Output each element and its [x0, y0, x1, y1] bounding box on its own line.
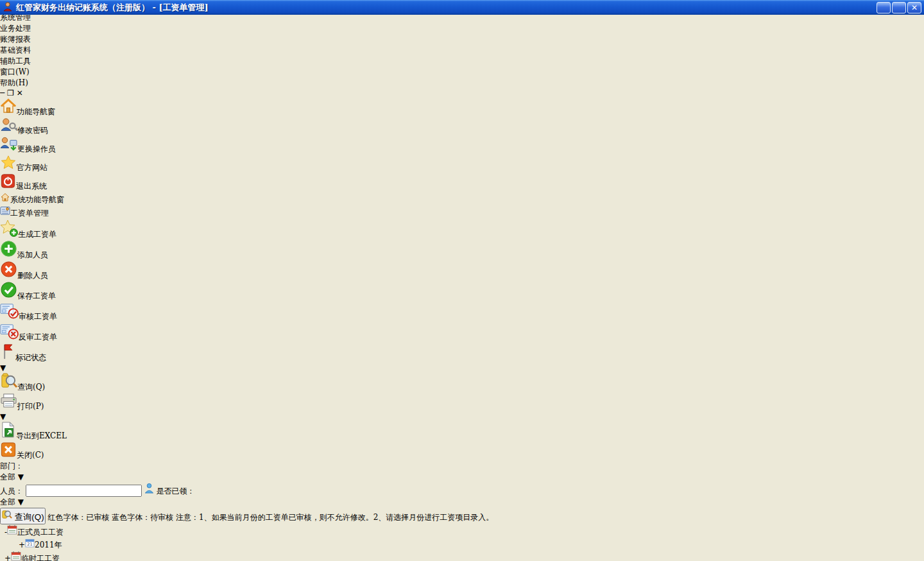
exit-system-button[interactable]: 退出系统 — [0, 173, 924, 192]
delete-person-icon — [0, 271, 17, 280]
audit-payroll-button-label: 审核工资单 — [19, 312, 57, 321]
query-filter-button[interactable]: 查询(Q) — [0, 508, 46, 524]
menu-item[interactable]: 窗口(W) — [0, 67, 924, 78]
print-button[interactable]: 打印(P) — [0, 393, 924, 412]
delete-person-button-label: 删除人员 — [17, 271, 48, 280]
tree-expand-icon[interactable]: + — [4, 554, 11, 561]
generate-payroll-button-label: 生成工资单 — [18, 230, 56, 239]
excel-icon — [0, 431, 16, 440]
tree-expand-icon[interactable]: + — [19, 540, 25, 549]
chevron-down-icon[interactable]: ▼ — [18, 472, 24, 481]
received-select[interactable]: 全部 ▼ — [0, 497, 48, 508]
tab-payroll-management-label: 工资单管理 — [10, 209, 49, 218]
tree-item-temp-payroll[interactable]: +临时工工资 — [0, 551, 924, 561]
switch-operator-button[interactable]: 更换操作员 — [0, 136, 924, 155]
nav-panel-button-label: 功能导航窗 — [17, 107, 55, 116]
audit-payroll-button[interactable]: 审核工资单 — [0, 302, 924, 322]
tree-panel: -正式员工工资+212011年+临时工工资 — [0, 524, 924, 561]
mdi-controls: ─ ❐ ✕ — [0, 89, 924, 98]
save-payroll-button[interactable]: 保存工资单 — [0, 281, 924, 302]
query-icon — [0, 383, 17, 392]
unaudit-payroll-button-label: 反审工资单 — [19, 332, 57, 341]
person-label: 人员： — [0, 487, 23, 496]
mark-status-button-label: 标记状态 — [15, 353, 46, 362]
mark-status-button-dropdown-icon[interactable]: ▼ — [0, 363, 6, 372]
print-icon — [0, 402, 17, 411]
toolbar-main: 功能导航窗修改密码更换操作员官方网站退出系统 — [0, 98, 924, 192]
close-icon: ✕ — [911, 3, 918, 12]
mdi-minimize-button[interactable]: ─ — [0, 89, 4, 98]
received-select-value: 全部 — [0, 497, 15, 506]
magnifier-icon — [1, 512, 12, 522]
minimize-button[interactable] — [877, 2, 891, 13]
mdi-close-button[interactable]: ✕ — [17, 89, 23, 98]
generate-payroll-icon — [0, 230, 18, 239]
restore-button[interactable] — [892, 2, 906, 13]
filter-bar: 部门： 全部 ▼ 人员： 是否已领： 全部 ▼ 查询(Q) 红色字体：已审核 蓝… — [0, 461, 924, 524]
query-button[interactable]: 查询(Q) — [0, 372, 924, 393]
mdi-restore-button[interactable]: ❐ — [7, 89, 14, 98]
legend-pending: 蓝色字体：待审核 — [112, 513, 173, 522]
menu-item[interactable]: 业务处理 — [0, 23, 924, 34]
nav-panel-button[interactable]: 功能导航窗 — [0, 98, 924, 117]
person-input[interactable] — [26, 485, 142, 497]
toolbar-payroll: 生成工资单添加人员删除人员保存工资单审核工资单反审工资单标记状态▼查询(Q)打印… — [0, 219, 924, 461]
official-site-button[interactable]: 官方网站 — [0, 155, 924, 173]
legend-audited: 红色字体：已审核 — [47, 513, 109, 522]
add-person-button[interactable]: 添加人员 — [0, 240, 924, 261]
unaudit-icon — [0, 332, 19, 341]
query-button-label: 查询(Q) — [17, 383, 45, 392]
tab-payroll-management[interactable]: 工资单管理 — [0, 205, 924, 219]
star-icon — [0, 163, 17, 172]
calendar-red-icon — [7, 528, 17, 537]
close-window-button[interactable]: ✕ — [907, 2, 921, 13]
delete-person-button[interactable]: 删除人员 — [0, 261, 924, 281]
tab-doc-icon — [0, 209, 10, 218]
exit-system-button-label: 退出系统 — [16, 182, 47, 191]
menu-item[interactable]: 基础资料 — [0, 45, 924, 56]
received-label: 是否已领： — [156, 487, 194, 496]
chevron-down-icon[interactable]: ▼ — [18, 497, 24, 506]
change-password-button[interactable]: 修改密码 — [0, 117, 924, 136]
calendar-blue-icon: 21 — [25, 540, 35, 549]
exit-icon — [0, 182, 16, 191]
tab-bar: 系统功能导航窗工资单管理 — [0, 192, 924, 219]
tab-nav-panel[interactable]: 系统功能导航窗 — [0, 192, 924, 205]
save-payroll-button-label: 保存工资单 — [17, 291, 56, 300]
close-orange-icon — [0, 451, 17, 460]
menu-item[interactable]: 账簿报表 — [0, 34, 924, 45]
unaudit-payroll-button[interactable]: 反审工资单 — [0, 322, 924, 343]
tab-home-icon — [0, 195, 10, 204]
dept-select[interactable]: 全部 ▼ — [0, 472, 924, 483]
save-payroll-icon — [0, 291, 17, 300]
title-bar: 红管家财务出纳记账系统（注册版） - [工资单管理] ✕ — [0, 0, 924, 15]
tree-item-formal-payroll[interactable]: -正式员工工资 — [0, 524, 924, 538]
tab-nav-panel-label: 系统功能导航窗 — [10, 195, 64, 204]
tree-item-2011[interactable]: +212011年 — [0, 538, 924, 551]
menu-item[interactable]: 辅助工具 — [0, 56, 924, 67]
close-button[interactable]: 关闭(C) — [0, 442, 924, 461]
menu-items: 系统管理业务处理账簿报表基础资料辅助工具窗口(W)帮助(H) — [0, 12, 924, 89]
person-icon[interactable] — [144, 487, 154, 496]
print-button-dropdown-icon[interactable]: ▼ — [0, 412, 6, 421]
export-excel-button-label: 导出到EXCEL — [16, 431, 67, 440]
menu-item[interactable]: 帮助(H) — [0, 78, 924, 89]
generate-payroll-button[interactable]: 生成工资单 — [0, 219, 924, 240]
window-title: 红管家财务出纳记账系统（注册版） - [工资单管理] — [16, 2, 209, 13]
dept-label: 部门： — [0, 462, 23, 470]
export-excel-button[interactable]: 导出到EXCEL — [0, 421, 924, 442]
switch-operator-button-label: 更换操作员 — [17, 144, 56, 153]
audit-icon — [0, 312, 19, 321]
dept-select-value: 全部 — [0, 472, 15, 481]
close-button-label: 关闭(C) — [17, 451, 44, 460]
tree-item-formal-payroll-label: 正式员工工资 — [17, 528, 64, 537]
password-icon — [0, 126, 17, 135]
official-site-button-label: 官方网站 — [17, 163, 47, 172]
query-filter-label: 查询(Q) — [15, 512, 44, 522]
app-window: 红管家财务出纳记账系统（注册版） - [工资单管理] ✕ 系统管理业务处理账簿报… — [0, 0, 924, 561]
tree-item-2011-label: 2011年 — [35, 540, 62, 549]
svg-text:21: 21 — [27, 542, 32, 547]
mark-status-button[interactable]: 标记状态 — [0, 343, 924, 363]
filter-note: 注意：1、如果当前月份的工资单已审核，则不允许修改。2、请选择月份进行工资项目录… — [176, 513, 493, 522]
app-icon — [3, 1, 13, 13]
